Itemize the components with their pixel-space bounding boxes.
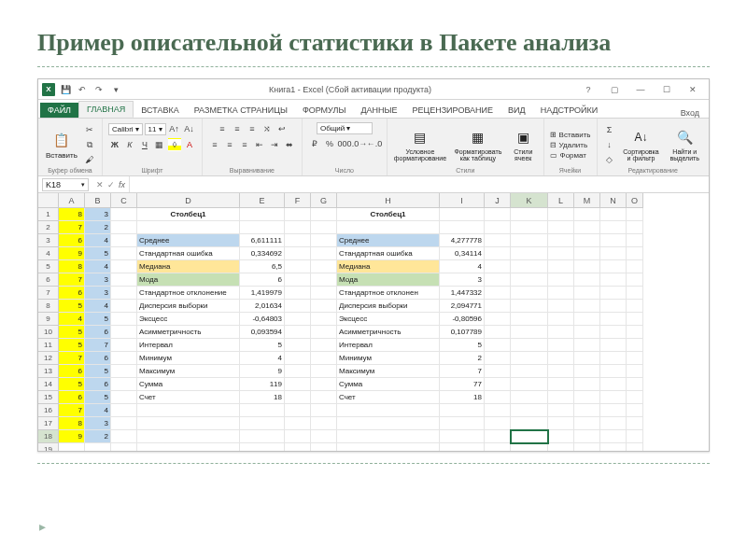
cell-K17[interactable] [511, 417, 548, 430]
cell-L16[interactable] [548, 404, 574, 417]
cell-K6[interactable] [511, 273, 548, 287]
cell-G7[interactable] [311, 287, 337, 300]
undo-icon[interactable]: ↶ [76, 83, 89, 96]
cell-F16[interactable] [285, 404, 311, 417]
row-header-16[interactable]: 16 [38, 404, 59, 417]
column-header-B[interactable]: B [85, 193, 111, 208]
cell-C10[interactable] [111, 326, 137, 339]
cell-A11[interactable]: 5 [59, 339, 85, 352]
cancel-formula-icon[interactable]: ✕ [96, 180, 104, 189]
cell-M5[interactable] [574, 260, 600, 273]
row-header-7[interactable]: 7 [38, 287, 59, 300]
cell-A2[interactable]: 7 [59, 221, 85, 234]
cell-L6[interactable] [548, 273, 574, 287]
cell-F4[interactable] [285, 247, 311, 260]
row-header-13[interactable]: 13 [38, 365, 59, 378]
column-header-I[interactable]: I [440, 193, 485, 208]
cell-I9[interactable]: -0,80596 [440, 313, 485, 326]
cell-O10[interactable] [627, 326, 643, 339]
cell-L7[interactable] [548, 287, 574, 300]
cell-D7[interactable]: Стандартное отклонение [137, 287, 240, 300]
column-header-N[interactable]: N [600, 193, 627, 208]
cell-M2[interactable] [574, 221, 600, 234]
cell-K8[interactable] [511, 300, 548, 313]
cell-L19[interactable] [548, 443, 574, 452]
cell-J7[interactable] [485, 287, 511, 300]
column-header-O[interactable]: O [627, 193, 643, 208]
cell-C1[interactable] [111, 208, 137, 221]
conditional-formatting-button[interactable]: ▤ Условное форматирование [393, 126, 447, 163]
cell-E12[interactable]: 4 [240, 352, 285, 365]
cell-I6[interactable]: 3 [440, 273, 485, 287]
cell-J12[interactable] [485, 352, 511, 365]
percent-icon[interactable]: % [323, 137, 336, 150]
cell-I10[interactable]: 0,107789 [440, 326, 485, 339]
cell-B15[interactable]: 5 [85, 391, 111, 404]
save-icon[interactable]: 💾 [59, 83, 72, 96]
cell-M10[interactable] [574, 326, 600, 339]
row-header-19[interactable]: 19 [38, 443, 59, 452]
align-bottom-icon[interactable]: ≡ [246, 122, 259, 135]
cell-L2[interactable] [548, 221, 574, 234]
help-icon[interactable]: ? [578, 85, 599, 94]
cell-D18[interactable] [137, 430, 240, 443]
ribbon-tab-вид[interactable]: ВИД [500, 103, 533, 118]
cell-C13[interactable] [111, 365, 137, 378]
cell-N18[interactable] [600, 430, 627, 443]
cell-M16[interactable] [574, 404, 600, 417]
autosum-icon[interactable]: Σ [603, 123, 616, 136]
cell-D9[interactable]: Эксцесс [137, 313, 240, 326]
decrease-decimal-icon[interactable]: ←.0 [368, 137, 381, 150]
cell-L17[interactable] [548, 417, 574, 430]
cell-M13[interactable] [574, 365, 600, 378]
select-all-corner[interactable] [38, 193, 59, 208]
cell-J5[interactable] [485, 260, 511, 273]
cell-E15[interactable]: 18 [240, 391, 285, 404]
cell-J2[interactable] [485, 221, 511, 234]
column-header-G[interactable]: G [311, 193, 337, 208]
cell-D4[interactable]: Стандартная ошибка [137, 247, 240, 260]
cell-E9[interactable]: -0,64803 [240, 313, 285, 326]
copy-icon[interactable]: ⧉ [83, 138, 96, 151]
ribbon-tab-вставка[interactable]: ВСТАВКА [134, 103, 186, 118]
ribbon-tab-формулы[interactable]: ФОРМУЛЫ [295, 103, 354, 118]
font-name-select[interactable]: Calibri▾ [108, 123, 143, 135]
cell-O6[interactable] [627, 273, 643, 287]
cell-L1[interactable] [548, 208, 574, 221]
cell-O13[interactable] [627, 365, 643, 378]
row-header-5[interactable]: 5 [38, 260, 59, 273]
cell-D3[interactable]: Среднее [137, 234, 240, 247]
cell-K1[interactable] [511, 208, 548, 221]
merge-icon[interactable]: ⬌ [283, 138, 296, 151]
cell-O17[interactable] [627, 417, 643, 430]
cell-G2[interactable] [311, 221, 337, 234]
cell-I17[interactable] [440, 417, 485, 430]
cell-M4[interactable] [574, 247, 600, 260]
column-header-H[interactable]: H [337, 193, 440, 208]
cell-J11[interactable] [485, 339, 511, 352]
cell-N9[interactable] [600, 313, 627, 326]
cell-H9[interactable]: Эксцесс [337, 313, 440, 326]
indent-decrease-icon[interactable]: ⇤ [253, 138, 266, 151]
cell-A14[interactable]: 5 [59, 378, 85, 391]
cell-H17[interactable] [337, 417, 440, 430]
cell-G15[interactable] [311, 391, 337, 404]
cell-O11[interactable] [627, 339, 643, 352]
cell-B11[interactable]: 7 [85, 339, 111, 352]
cell-D6[interactable]: Мода [137, 273, 240, 287]
cell-F13[interactable] [285, 365, 311, 378]
cell-E16[interactable] [240, 404, 285, 417]
cell-E14[interactable]: 119 [240, 378, 285, 391]
cell-M8[interactable] [574, 300, 600, 313]
cell-M19[interactable] [574, 443, 600, 452]
cell-K3[interactable] [511, 234, 548, 247]
cell-I19[interactable] [440, 443, 485, 452]
italic-button[interactable]: К [123, 138, 136, 151]
formula-input[interactable] [129, 176, 709, 192]
cell-N6[interactable] [600, 273, 627, 287]
cell-I12[interactable]: 2 [440, 352, 485, 365]
cell-M3[interactable] [574, 234, 600, 247]
cell-B2[interactable]: 2 [85, 221, 111, 234]
ribbon-tab-надстройки[interactable]: НАДСТРОЙКИ [533, 103, 606, 118]
cell-D14[interactable]: Сумма [137, 378, 240, 391]
